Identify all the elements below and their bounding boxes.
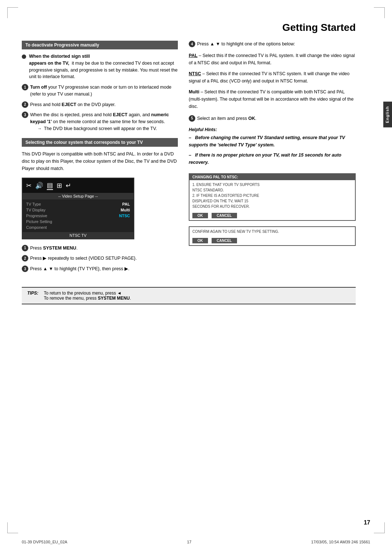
right-step-5-num: 5 — [189, 115, 195, 122]
press-step-2: 2 Press ▶ repeatedly to select {VIDEO SE… — [22, 255, 178, 262]
ntsc-text: NTSC – Select this if the connected TV i… — [189, 70, 356, 85]
arrow-item: → The DVD blue background screen will ap… — [30, 125, 178, 132]
selecting-section-box: Selecting the colour system that corresp… — [22, 138, 178, 147]
component-label: Component — [26, 225, 47, 230]
info-box-1-buttons: OK CANCEL — [189, 211, 355, 220]
info-box-1-header: CHANGING PAL TO NTSC: — [189, 174, 355, 180]
display-icon: ▤ — [47, 181, 53, 190]
corner-mark-br — [374, 522, 385, 533]
info2-ok-button[interactable]: OK — [192, 238, 208, 243]
press-step-3-num: 3 — [22, 266, 28, 272]
info-box-2: CONFIRM AGAIN TO USE NEW TV TYPE SETTING… — [189, 226, 356, 246]
grid-icon: ⊞ — [57, 182, 62, 190]
dvd-menu-icons: ✂ 🔊 ▤ ⊞ ↵ — [23, 178, 134, 193]
page-container: English Getting Started To deactivate Pr… — [0, 0, 392, 555]
dvd-menu-row-progressive: Progressive NTSC — [26, 213, 130, 219]
english-tab: English — [383, 102, 392, 127]
dvd-menu-row-tvtype: TV Type PAL — [26, 201, 130, 207]
page-title: Getting Started — [22, 22, 370, 33]
info1-cancel-button[interactable]: CANCEL — [212, 213, 237, 218]
dvd-menu-body: TV Type PAL TV Display Multi Progressive… — [23, 199, 134, 232]
progressive-label: Progressive — [26, 214, 47, 218]
main-content: To deactivate Progressive manually When … — [22, 41, 370, 276]
right-step-4-content: Press ▲ ▼ to highlight one of the option… — [197, 41, 356, 48]
press-step-3: 3 Press ▲ ▼ to highlight {TV TYPE}, then… — [22, 266, 178, 272]
deactivate-section-box: To deactivate Progressive manually — [22, 41, 178, 49]
bullet-circle — [22, 54, 26, 59]
progressive-value: NTSC — [119, 214, 130, 218]
tvtype-value: PAL — [122, 202, 130, 206]
step-1-num: 1 — [22, 84, 28, 90]
corner-mark-tr — [374, 7, 385, 18]
footer-center: 17 — [187, 540, 191, 544]
tips-line2: To remove the menu, press SYSTEM MENU. — [44, 296, 131, 301]
info2-text: CONFIRM AGAIN TO USE NEW TV TYPE SETTING… — [192, 229, 352, 234]
left-column: To deactivate Progressive manually When … — [22, 41, 178, 276]
tips-content: To return to the previous menu, press ◄ … — [44, 291, 131, 301]
scissors-icon: ✂ — [26, 182, 32, 190]
page-footer: 01-39 DVP5100_EU_02A 17 17/03/05, 10:54 … — [0, 540, 392, 544]
right-step-5: 5 Select an item and press OK. — [189, 115, 356, 122]
step-2: 2 Press and hold EJECT on the DVD player… — [22, 101, 178, 108]
selecting-text: This DVD Player is compatible with both … — [22, 150, 178, 172]
tvdisplay-value: Multi — [121, 208, 130, 212]
arrow-sym: → — [37, 125, 42, 132]
speaker-icon: 🔊 — [35, 182, 43, 190]
hints-box: Helpful Hints: – Before changing the cur… — [189, 127, 356, 166]
info1-line2: NTSC STANDARD. — [192, 187, 352, 193]
bullet-text: When the distorted sign still appears on… — [29, 53, 178, 80]
picturesetting-label: Picture Setting — [26, 219, 52, 224]
step-1: 1 Turn off your TV progressive scan mode… — [22, 84, 178, 98]
right-column: 4 Press ▲ ▼ to highlight one of the opti… — [189, 41, 356, 276]
hint1: – Before changing the current TV Standar… — [189, 134, 356, 149]
press-step-1-content: Press SYSTEM MENU. — [30, 245, 178, 252]
hint2: – If there is no proper picture on your … — [189, 151, 356, 166]
step-1-content: Turn off your TV progressive scan mode o… — [30, 84, 178, 98]
press-step-2-content: Press ▶ repeatedly to select {VIDEO SETU… — [30, 255, 178, 262]
press-step-1-num: 1 — [22, 245, 28, 251]
tips-label: TIPS: — [27, 291, 38, 301]
info2-cancel-button[interactable]: CANCEL — [212, 238, 237, 243]
step-2-num: 2 — [22, 101, 28, 108]
info-box-1: CHANGING PAL TO NTSC: 1. ENSURE THAT YOU… — [189, 173, 356, 221]
dvd-menu-row-picturesetting: Picture Setting — [26, 219, 130, 224]
step-3-content: When the disc is ejected, press and hold… — [30, 112, 178, 134]
dvd-menu-footer: NTSC TV — [23, 232, 134, 239]
press-step-1: 1 Press SYSTEM MENU. — [22, 245, 178, 252]
hints-title: Helpful Hints: — [189, 127, 356, 132]
corner-mark-tl — [7, 7, 18, 18]
info1-ok-button[interactable]: OK — [192, 213, 208, 218]
right-step-5-content: Select an item and press OK. — [197, 115, 356, 122]
tvtype-label: TV Type — [26, 202, 41, 206]
arrow-icon: ↵ — [66, 182, 71, 190]
dvd-menu-header: -- Video Setup Page -- — [23, 193, 134, 199]
footer-right: 17/03/05, 10:54 AM39 246 15661 — [311, 540, 370, 544]
arrow-text: The DVD blue background screen will appe… — [44, 125, 157, 132]
info1-line3: 2. IF THERE IS A DISTORTED PICTURE — [192, 193, 352, 198]
press-step-2-num: 2 — [22, 255, 28, 262]
step-2-content: Press and hold EJECT on the DVD player. — [30, 101, 178, 108]
pal-text: PAL – Select this if the connected TV is… — [189, 52, 356, 66]
press-step-3-content: Press ▲ ▼ to highlight {TV TYPE}, then p… — [30, 266, 178, 272]
info1-line4: DISPLAYED ON THE TV, WAIT 15 — [192, 198, 352, 204]
corner-mark-bl — [7, 522, 18, 533]
tips-box: TIPS: To return to the previous menu, pr… — [22, 287, 356, 304]
info-box-2-buttons: OK CANCEL — [189, 236, 355, 245]
tvdisplay-label: TV Display — [26, 208, 45, 212]
footer-left: 01-39 DVP5100_EU_02A — [22, 540, 67, 544]
multi-text: Multi – Select this if the connected TV … — [189, 88, 356, 110]
bullet-item-distorted: When the distorted sign still appears on… — [22, 53, 178, 80]
info-box-2-body: CONFIRM AGAIN TO USE NEW TV TYPE SETTING… — [189, 227, 355, 236]
info-box-1-body: 1. ENSURE THAT YOUR TV SUPPORTS NTSC STA… — [189, 180, 355, 211]
info1-line1: 1. ENSURE THAT YOUR TV SUPPORTS — [192, 182, 352, 187]
tips-line1: To return to the previous menu, press ◄ — [44, 291, 131, 296]
page-number: 17 — [364, 519, 370, 526]
info1-line5: SECONDS FOR AUTO RECOVER. — [192, 204, 352, 209]
dvd-menu: ✂ 🔊 ▤ ⊞ ↵ -- Video Setup Page -- TV Type… — [22, 178, 134, 239]
step-3: 3 When the disc is ejected, press and ho… — [22, 112, 178, 134]
dvd-menu-row-component: Component — [26, 224, 130, 230]
dvd-menu-row-tvdisplay: TV Display Multi — [26, 207, 130, 213]
right-step-4-num: 4 — [189, 41, 195, 47]
step-3-num: 3 — [22, 112, 28, 118]
right-step-4: 4 Press ▲ ▼ to highlight one of the opti… — [189, 41, 356, 48]
